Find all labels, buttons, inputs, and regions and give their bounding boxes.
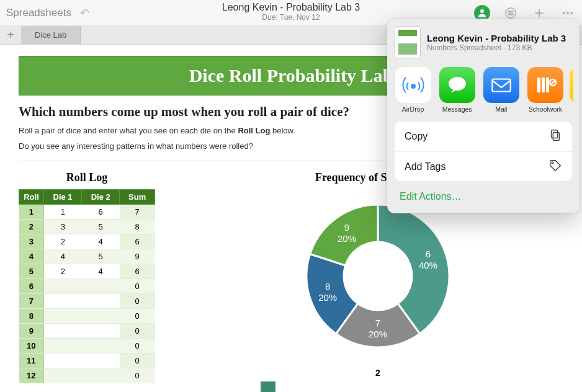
roll-log-table[interactable]: Roll Die 1 Die 2 Sum 1167235832464459524… [19,189,155,383]
cell-d2[interactable] [82,324,120,339]
table-row[interactable]: 110 [19,354,155,368]
cell-roll[interactable]: 7 [19,294,44,309]
cell-d2[interactable]: 5 [82,220,120,234]
table-row[interactable]: 70 [19,294,155,309]
cell-d1[interactable]: 2 [44,264,82,279]
share-title: Leong Kevin - Probability Lab 3 [427,33,566,43]
cell-sum[interactable]: 8 [120,220,155,234]
table-row[interactable]: 3246 [19,234,155,249]
cell-sum[interactable]: 6 [120,264,155,279]
cell-sum[interactable]: 0 [120,279,155,294]
share-app-label: AirDrop [393,105,432,113]
cell-roll[interactable]: 4 [19,249,44,264]
back-button[interactable]: Spreadsheets [6,7,71,19]
table-row[interactable]: 120 [19,368,155,383]
share-thumbnail [395,26,421,58]
undo-button[interactable]: ↶ [80,6,89,20]
col-die1: Die 1 [44,190,82,205]
share-app-airdrop[interactable]: AirDrop [393,67,432,113]
add-sheet-button[interactable]: + [0,26,21,44]
svg-point-9 [571,12,573,14]
cell-roll[interactable]: 1 [19,205,44,220]
share-sheet: Leong Kevin - Probability Lab 3 Numbers … [387,19,580,213]
share-app-cropped[interactable] [570,67,573,113]
cell-sum[interactable]: 9 [120,249,155,264]
table-row[interactable]: 5246 [19,264,155,279]
cell-d1[interactable]: 3 [44,220,82,234]
cell-d1[interactable] [44,279,82,294]
svg-rect-12 [492,79,510,92]
tag-icon [548,159,562,175]
cell-sum[interactable]: 6 [120,234,155,249]
cell-d1[interactable] [44,339,82,354]
cell-sum[interactable]: 7 [120,205,155,220]
donut-label: 720% [365,318,390,340]
cell-d2[interactable]: 5 [82,249,120,264]
table-row[interactable]: 60 [19,279,155,294]
document-title: Leong Kevin - Probability Lab 3 [222,2,360,13]
cell-roll[interactable]: 12 [19,368,44,383]
svg-point-0 [480,9,484,13]
share-app-messages[interactable]: Messages [437,67,477,113]
cell-d2[interactable]: 6 [82,205,120,220]
cell-roll[interactable]: 11 [19,354,44,368]
cell-d2[interactable] [82,294,120,309]
action-label: Copy [405,131,428,142]
cell-sum[interactable]: 0 [120,368,155,383]
cell-sum[interactable]: 0 [120,294,155,309]
cell-d1[interactable] [44,294,82,309]
edit-actions-button[interactable]: Edit Actions… [395,189,572,206]
table-row[interactable]: 90 [19,324,155,339]
cell-roll[interactable]: 10 [19,339,44,354]
table-row[interactable]: 1167 [19,205,155,220]
cell-d2[interactable] [82,339,120,354]
cell-d1[interactable]: 1 [44,205,82,220]
table-row[interactable]: 80 [19,309,155,324]
col-roll: Roll [19,190,44,205]
cell-sum[interactable]: 0 [120,339,155,354]
svg-point-11 [449,77,466,91]
cell-d2[interactable] [82,309,120,324]
table-row[interactable]: 4459 [19,249,155,264]
donut-label: 820% [315,281,340,303]
cell-roll[interactable]: 6 [19,279,44,294]
donut-chart: 640%720%820%920% [291,189,465,363]
cell-d1[interactable]: 4 [44,249,82,264]
cell-d1[interactable] [44,368,82,383]
svg-rect-15 [546,78,549,92]
cell-d2[interactable]: 4 [82,234,120,249]
cell-d1[interactable] [44,324,82,339]
roll-log-title: Roll Log [19,171,155,184]
table-row[interactable]: 100 [19,339,155,354]
cell-sum[interactable]: 0 [120,354,155,368]
cell-d2[interactable] [82,368,120,383]
svg-rect-18 [553,132,559,140]
cell-d1[interactable] [44,354,82,368]
cell-d2[interactable] [82,354,120,368]
share-app-schoolwork[interactable]: Schoolwork [526,67,565,113]
share-app-mail[interactable]: Mail [481,67,521,113]
cell-roll[interactable]: 3 [19,234,44,249]
cell-d1[interactable]: 2 [44,234,82,249]
col-die2: Die 2 [82,190,120,205]
cell-sum[interactable]: 0 [120,309,155,324]
action-copy[interactable]: Copy [395,122,572,151]
cell-d1[interactable] [44,309,82,324]
svg-rect-19 [552,130,558,138]
svg-rect-13 [537,78,540,92]
share-app-label: Mail [481,105,521,113]
tab-dice-lab[interactable]: Dice Lab [21,26,81,44]
cell-d2[interactable]: 4 [82,264,120,279]
action-add-tags[interactable]: Add Tags [395,151,572,181]
share-subtitle: Numbers Spreadsheet · 173 KB [427,43,566,52]
cell-sum[interactable]: 0 [120,324,155,339]
svg-point-10 [411,84,416,89]
cell-d2[interactable] [82,279,120,294]
cell-roll[interactable]: 8 [19,309,44,324]
cell-roll[interactable]: 5 [19,264,44,279]
cell-roll[interactable]: 2 [19,220,44,234]
svg-point-20 [552,162,553,164]
cell-roll[interactable]: 9 [19,324,44,339]
document-due: Due: Tue, Nov 12 [222,13,360,22]
table-row[interactable]: 2358 [19,220,155,234]
